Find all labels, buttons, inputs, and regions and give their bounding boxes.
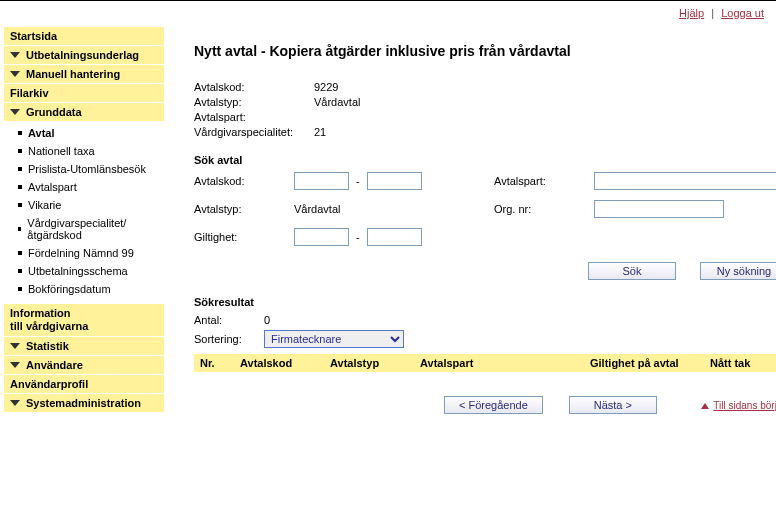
bullet-icon [18, 149, 22, 153]
back-to-top-link[interactable]: Till sidans början [713, 400, 776, 411]
search-label-avtalskod: Avtalskod: [194, 175, 284, 187]
label-avtalstyp: Avtalstyp: [194, 96, 314, 108]
bullet-icon [18, 131, 22, 135]
sidebar-item-avtal[interactable]: Avtal [4, 124, 164, 142]
sidebar-item-fordelning[interactable]: Fördelning Nämnd 99 [4, 244, 164, 262]
search-heading: Sök avtal [194, 154, 776, 166]
col-natt-tak: Nått tak [710, 357, 776, 369]
nav-statistik-label: Statistik [26, 340, 69, 352]
label-vardgivarspecialitet: Vårdgivarspecialitet: [194, 126, 314, 138]
sidebar-item-label: Fördelning Nämnd 99 [28, 247, 134, 259]
sidebar-item-prislista[interactable]: Prislista-Utomlänsbesök [4, 160, 164, 178]
col-nr: Nr. [200, 357, 240, 369]
next-button[interactable]: Nästa > [569, 396, 657, 414]
nav-systemadministration[interactable]: Systemadministration [4, 394, 164, 413]
chevron-down-icon [10, 71, 20, 77]
nav-anvandare-label: Användare [26, 359, 83, 371]
sidebar-item-label: Bokföringsdatum [28, 283, 111, 295]
sidebar-item-label: Avtal [28, 127, 55, 139]
search-label-avtalstyp: Avtalstyp: [194, 203, 284, 215]
dash-separator: - [352, 175, 364, 187]
nav-filarkiv[interactable]: Filarkiv [4, 84, 164, 103]
value-vardgivarspecialitet: 21 [314, 126, 326, 138]
nav-utbetalningsunderlag-label: Utbetalningsunderlag [26, 49, 139, 61]
reset-search-button[interactable]: Ny sökning [700, 262, 776, 280]
nav-information-label: Information till vårdgivarna [10, 307, 88, 332]
label-avtalskod: Avtalskod: [194, 81, 314, 93]
page-title: Nytt avtal - Kopiera åtgärder inklusive … [194, 43, 776, 59]
search-input-orgnr[interactable] [594, 200, 724, 218]
bullet-icon [18, 287, 22, 291]
nav-filarkiv-label: Filarkiv [10, 87, 49, 99]
nav-anvandarprofil-label: Användarprofil [10, 378, 88, 390]
value-avtalstyp: Vårdavtal [314, 96, 360, 108]
sidebar-item-label: Nationell taxa [28, 145, 95, 157]
prev-button[interactable]: < Föregående [444, 396, 543, 414]
nav-anvandare[interactable]: Användare [4, 356, 164, 375]
nav-startsida-label: Startsida [10, 30, 57, 42]
top-link-bar: Hjälp | Logga ut [0, 1, 776, 23]
help-link[interactable]: Hjälp [679, 7, 704, 19]
bullet-icon [18, 203, 22, 207]
nav-information[interactable]: Information till vårdgivarna [4, 304, 164, 337]
search-input-avtalskod-to[interactable] [367, 172, 422, 190]
value-antal: 0 [264, 314, 270, 326]
sorting-select[interactable]: Firmatecknare [264, 330, 404, 348]
chevron-down-icon [10, 52, 20, 58]
sidebar: Startsida Utbetalningsunderlag Manuell h… [0, 23, 170, 424]
bullet-icon [18, 251, 22, 255]
nav-systemadministration-label: Systemadministration [26, 397, 141, 409]
search-label-giltighet: Giltighet: [194, 231, 284, 243]
arrow-up-icon [701, 403, 709, 409]
sidebar-item-label: Vårdgivarspecialitet/ åtgärdskod [27, 217, 158, 241]
sidebar-item-bokforingsdatum[interactable]: Bokföringsdatum [4, 280, 164, 298]
nav-utbetalningsunderlag[interactable]: Utbetalningsunderlag [4, 46, 164, 65]
nav-startsida[interactable]: Startsida [4, 27, 164, 46]
bullet-icon [18, 167, 22, 171]
nav-anvandarprofil[interactable]: Användarprofil [4, 375, 164, 394]
search-input-giltighet-from[interactable] [294, 228, 349, 246]
grunddata-sublist: Avtal Nationell taxa Prislista-Utomlänsb… [4, 122, 164, 304]
search-value-avtalstyp: Vårdavtal [294, 203, 484, 215]
col-avtalskod: Avtalskod [240, 357, 330, 369]
chevron-down-icon [10, 400, 20, 406]
nav-manuell-hantering[interactable]: Manuell hantering [4, 65, 164, 84]
search-input-avtalspart[interactable] [594, 172, 776, 190]
sidebar-item-label: Utbetalningsschema [28, 265, 128, 277]
sidebar-item-label: Vikarie [28, 199, 61, 211]
sidebar-item-label: Prislista-Utomlänsbesök [28, 163, 146, 175]
bullet-icon [18, 269, 22, 273]
search-form: Avtalskod: - Avtalspart: Avtalstyp: Vård… [194, 172, 776, 246]
nav-grunddata[interactable]: Grunddata [4, 103, 164, 122]
chevron-down-icon [10, 362, 20, 368]
result-heading: Sökresultat [194, 296, 776, 308]
search-input-giltighet-to[interactable] [367, 228, 422, 246]
bullet-icon [18, 185, 22, 189]
col-giltighet: Giltighet på avtal [590, 357, 710, 369]
search-label-avtalspart: Avtalspart: [494, 175, 584, 187]
separator: | [707, 7, 718, 19]
bullet-icon [18, 227, 21, 231]
label-sortering: Sortering: [194, 333, 264, 345]
nav-grunddata-label: Grunddata [26, 106, 82, 118]
result-table-header: Nr. Avtalskod Avtalstyp Avtalspart Gilti… [194, 354, 776, 372]
label-avtalspart: Avtalspart: [194, 111, 314, 123]
sidebar-item-vardgivarspecialitet[interactable]: Vårdgivarspecialitet/ åtgärdskod [4, 214, 164, 244]
search-button[interactable]: Sök [588, 262, 676, 280]
sidebar-item-nationell-taxa[interactable]: Nationell taxa [4, 142, 164, 160]
nav-statistik[interactable]: Statistik [4, 337, 164, 356]
search-input-avtalskod-from[interactable] [294, 172, 349, 190]
main-content: Nytt avtal - Kopiera åtgärder inklusive … [170, 23, 776, 424]
value-avtalskod: 9229 [314, 81, 338, 93]
sidebar-item-utbetalningsschema[interactable]: Utbetalningsschema [4, 262, 164, 280]
sidebar-item-vikarie[interactable]: Vikarie [4, 196, 164, 214]
dash-separator: - [352, 231, 364, 243]
sidebar-item-avtalspart[interactable]: Avtalspart [4, 178, 164, 196]
col-avtalstyp: Avtalstyp [330, 357, 420, 369]
logout-link[interactable]: Logga ut [721, 7, 764, 19]
label-antal: Antal: [194, 314, 264, 326]
chevron-down-icon [10, 343, 20, 349]
sidebar-item-label: Avtalspart [28, 181, 77, 193]
chevron-down-icon [10, 109, 20, 115]
col-avtalspart: Avtalspart [420, 357, 590, 369]
